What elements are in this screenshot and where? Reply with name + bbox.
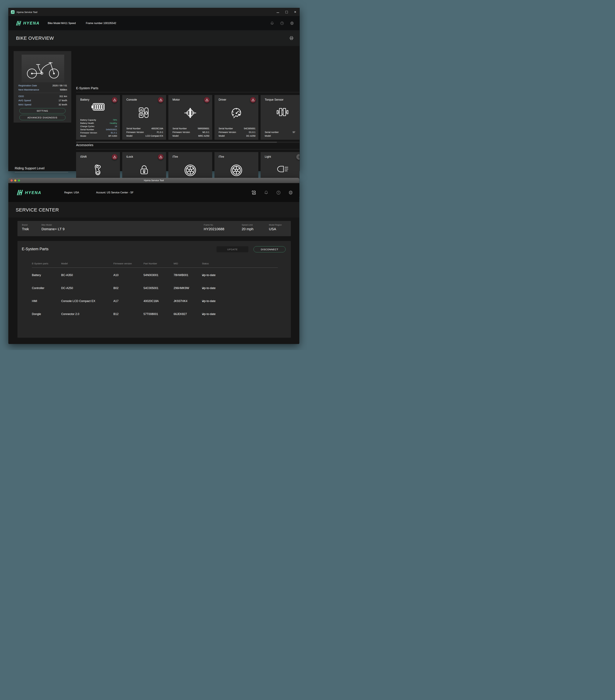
service-center-content: Brand Trek Bike Model Domane+ LT 9 Frame… [8,217,299,344]
page-title-band: SERVICE CENTER [8,202,299,217]
warning-badge-icon[interactable] [158,154,164,160]
frame-number-label: Frame number 100105542 [86,22,116,25]
notifications-bell-icon[interactable] [270,21,274,25]
row-label: Firmware Version [126,131,144,134]
language-globe-icon[interactable] [288,190,293,195]
warning-badge-icon[interactable] [250,97,256,103]
card-rows: Serial Number56R009001Firmware VersionM1… [172,126,209,137]
row-label: Model [172,135,179,137]
hyena-logo-text: HYENA [25,190,41,195]
update-button[interactable]: UPDATE [217,246,248,252]
trash-icon[interactable] [296,154,299,160]
info-label: Bike Model [41,224,52,226]
row-label: Model [219,135,225,137]
battery-icon [91,103,105,112]
help-icon[interactable] [280,21,284,25]
card-rows: Serial Number54C005001Firmware VersionD1… [219,126,255,137]
maximize-icon [285,11,288,13]
app-header: HYENA Region: USA Account: US Service Ce… [8,183,299,202]
accessories-section-title: Accessories [76,143,93,147]
info-label: Model Region [269,224,282,226]
hyena-logo-icon [16,21,22,26]
setting-button[interactable]: SETTING [20,108,65,113]
row-value: M1.0.1 [203,131,209,134]
row-label: Model [265,135,271,137]
bike-illustration [25,57,61,80]
warning-badge-icon[interactable] [158,97,164,103]
disconnect-button[interactable]: DISCONNECT [254,246,285,252]
esystem-cards-row: BatteryBattery Capacity78%Battery Health… [76,95,299,140]
warning-badge-icon[interactable] [204,97,210,103]
transfer-sync-icon[interactable] [252,190,256,195]
panel-title: E-System Parts [22,247,49,251]
advanced-diagnosis-button[interactable]: ADVANCED DIAGNOSIS [20,115,65,120]
divider [32,267,278,268]
bike-stats: Registration Date2020 / 09 / 01Next Mani… [18,84,67,107]
notifications-bell-icon[interactable] [264,190,269,195]
window-title: Hyena Service Tool [8,179,299,182]
row-value: 57 [293,131,299,134]
ishift-icon [93,164,103,177]
card-row: Firmware VersionM1.0.1 [172,131,209,134]
light-icon [276,164,290,175]
bike-image [22,55,64,82]
status-text: Up-to-date [202,287,216,290]
cell-part: Battery [32,274,41,277]
row-value: 78% [113,119,117,121]
torque-sensor-icon [276,107,289,118]
warning-badge-icon[interactable] [112,154,117,160]
hyena-logo-icon [17,190,24,195]
status-text: Up-to-date [202,274,216,277]
minimize-button[interactable] [273,8,282,16]
stat-label: Next Manintenance [18,88,39,91]
cell-mid: 296HMK9W [174,287,189,290]
card-rows: Serial Number40020C18AFirmware VersionF1… [126,126,163,137]
card-title: iTire [219,155,224,159]
card-row: Charge Cycles14 [80,125,117,127]
close-button[interactable]: ✕ [291,8,299,16]
row-label: Firmware Version [172,131,190,134]
info-value: 20 mph [242,227,253,231]
hyena-logo: HYENA [16,21,40,26]
titlebar: Hyena Service Tool [8,178,299,183]
stat-row: Next Manintenance500km [18,88,67,91]
bike-overview-content: Registration Date2020 / 09 / 01Next Mani… [9,46,299,171]
card-row: Serial Number54N003001 [80,128,117,131]
card-title: iLock [126,155,133,159]
cell-model: Connector 2.0 [61,312,79,316]
row-label: Serial Number [126,127,141,130]
stat-value: 17 km/h [59,99,67,102]
card-row: Serial Number54C005001 [219,127,255,130]
cell-part-number: 54N003001 [143,274,158,277]
esystem-scrollbar[interactable] [76,142,299,143]
hyena-logo: HYENA [17,190,41,195]
stat-value: 500km [60,88,67,91]
card-row: Serial number57 [265,131,299,134]
cell-firmware: B02 [113,287,118,290]
window-title: Hyena Service Tool [17,11,37,13]
card-title: Torque Sensor [265,98,283,102]
help-icon[interactable] [276,190,281,195]
row-label: Serial Number [80,128,94,131]
account-label: Account: US Service Center - SF [96,191,133,194]
language-globe-icon[interactable] [290,21,294,25]
region-label: Region: USA [64,191,79,194]
print-icon[interactable] [289,36,294,40]
status-text: Up-to-date [202,299,216,303]
card-torque-sensor: Torque SensorSerial number57Model [260,95,299,140]
card-row: Battery Capacity78% [80,119,117,121]
maximize-button[interactable] [282,8,291,16]
motor-icon [184,107,196,120]
row-value: 40020C18A [151,127,163,130]
info-value: USA [269,227,276,231]
cell-mid: JK937HK4 [174,299,188,303]
cell-firmware: A17 [113,299,118,303]
row-label: Model [80,135,86,137]
column-header: E-System parts [32,262,48,265]
row-label: Charge Cycles [80,125,94,127]
divider [15,172,68,172]
warning-badge-icon[interactable] [112,97,117,103]
scrollbar-thumb[interactable] [76,142,277,143]
card-row: Battery HealthHealthy [80,122,117,124]
app-header: HYENA Bike Model MA11 Speed Frame number… [9,16,299,30]
